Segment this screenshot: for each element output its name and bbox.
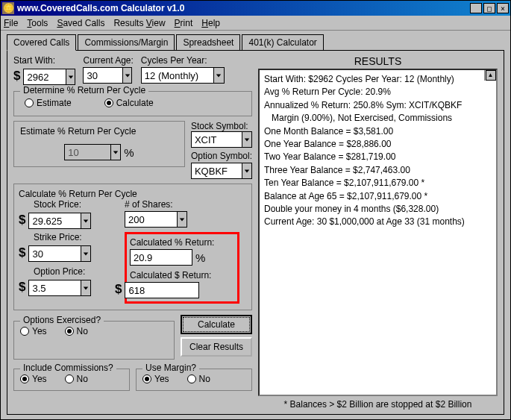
calc-pct-return-output — [130, 249, 192, 266]
svg-marker-6 — [84, 219, 88, 222]
results-line: Three Year Balance = $2,747,463.00 — [264, 164, 492, 177]
svg-marker-5 — [245, 169, 249, 172]
footer-note: * Balances > $2 Billion are stopped at $… — [258, 399, 498, 410]
dropdown-icon[interactable] — [122, 68, 132, 83]
clear-results-button[interactable]: Clear Results — [181, 337, 252, 357]
use-margin-group: Use Margin? Yes No — [136, 369, 252, 391]
percent-icon: % — [124, 146, 134, 159]
cycles-input[interactable] — [141, 67, 225, 84]
dollar-icon: $ — [19, 213, 25, 229]
margin-yes-radio[interactable]: Yes — [142, 374, 169, 384]
strike-price-label: Strike Price: — [34, 232, 116, 242]
dropdown-icon[interactable] — [81, 280, 90, 295]
menu-file[interactable]: File — [4, 18, 18, 28]
menubar: File Tools Saved Calls Results View Prin… — [1, 16, 510, 31]
strike-price-input[interactable] — [28, 245, 91, 262]
margin-no-radio[interactable]: No — [187, 374, 210, 384]
svg-marker-4 — [245, 138, 249, 141]
dropdown-icon[interactable] — [66, 69, 75, 84]
window-title: www.CoveredCalls.com Calculator v1.0 — [17, 3, 468, 13]
svg-marker-7 — [180, 218, 184, 221]
scroll-up-icon[interactable]: ▲ — [486, 70, 496, 81]
calculated-return-highlight: Calculated % Return: % Calculated $ Retu… — [125, 232, 239, 304]
calculate-group-title: Calculate % Return Per Cycle — [19, 189, 137, 199]
calculate-button[interactable]: Calculate — [181, 315, 252, 334]
commissions-yes-radio[interactable]: Yes — [20, 374, 47, 384]
estimate-group: Estimate % Return Per Cycle % — [13, 121, 185, 167]
dropdown-icon[interactable] — [242, 163, 251, 178]
results-line: Two Year Balance = $281,719.00 — [264, 151, 492, 163]
app-icon: 🪙 — [2, 2, 14, 14]
tab-commissions-margin[interactable]: Commissions/Margin — [78, 34, 175, 51]
tab-covered-calls[interactable]: Covered Calls — [7, 34, 76, 51]
menu-results-view[interactable]: Results View — [113, 18, 165, 28]
titlebar: 🪙 www.CoveredCalls.com Calculator v1.0 _… — [1, 1, 510, 16]
dropdown-icon — [110, 145, 120, 160]
dropdown-icon[interactable] — [213, 68, 224, 83]
menu-saved-calls[interactable]: Saved Calls — [57, 18, 104, 28]
determine-group-title: Determine % Return Per Cycle — [20, 85, 148, 95]
tab-spreadsheet[interactable]: Spreadsheet — [176, 34, 240, 51]
dropdown-icon[interactable] — [81, 246, 90, 261]
estimate-pct-input — [64, 144, 121, 160]
menu-help[interactable]: Help — [201, 18, 220, 28]
results-line: Balance at Age 65 = $2,107,911,679.00 * — [264, 190, 492, 203]
close-button[interactable]: × — [497, 3, 509, 13]
estimate-radio[interactable]: Estimate — [25, 98, 72, 108]
cycles-label: Cycles Per Year: — [141, 55, 225, 66]
results-line: One Year Balance = $28,886.00 — [264, 138, 492, 151]
stock-price-input[interactable] — [28, 213, 91, 229]
results-line: Margin (9.00%), Not Exercised, Commissio… — [264, 112, 492, 125]
use-margin-title: Use Margin? — [142, 363, 199, 373]
percent-icon: % — [195, 251, 205, 264]
calc-dollar-return-output — [125, 282, 199, 298]
current-age-input[interactable] — [83, 67, 132, 84]
tab-401k-calculator[interactable]: 401(k) Calculator — [242, 34, 323, 51]
option-price-input[interactable] — [28, 280, 91, 296]
calc-dollar-return-label: Calculated $ Return: — [130, 270, 234, 280]
results-line: Current Age: 30 $1,000,000 at Age 33 (31… — [264, 216, 492, 228]
include-commissions-group: Include Commissions? Yes No — [13, 369, 130, 391]
results-title: RESULTS — [258, 55, 498, 67]
svg-marker-2 — [216, 74, 221, 77]
dollar-icon: $ — [115, 282, 122, 298]
stock-price-label: Stock Price: — [34, 199, 116, 210]
option-price-label: Option Price: — [34, 266, 116, 277]
commissions-no-radio[interactable]: No — [65, 374, 88, 384]
results-scrollbar[interactable]: ▲ — [484, 70, 496, 81]
num-shares-label: # of Shares: — [125, 199, 222, 210]
minimize-button[interactable]: _ — [470, 3, 482, 13]
include-commissions-title: Include Commissions? — [20, 363, 116, 373]
svg-marker-1 — [125, 74, 129, 77]
results-line: Start With: $2962 Cycles Per Year: 12 (M… — [264, 73, 492, 86]
app-window: 🪙 www.CoveredCalls.com Calculator v1.0 _… — [0, 0, 511, 420]
dollar-icon: $ — [19, 280, 25, 296]
results-line: Annualized % Return: 250.8% Sym: XCIT/KQ… — [264, 99, 492, 112]
num-shares-input[interactable] — [125, 211, 187, 228]
option-symbol-input[interactable] — [191, 163, 252, 179]
exercised-no-radio[interactable]: No — [65, 326, 88, 336]
dropdown-icon[interactable] — [81, 213, 90, 228]
tab-strip: Covered Calls Commissions/Margin Spreads… — [1, 31, 510, 50]
calculate-radio[interactable]: Calculate — [104, 98, 154, 108]
svg-marker-3 — [113, 151, 118, 154]
calculate-group: Calculate % Return Per Cycle Stock Price… — [13, 184, 252, 310]
svg-marker-9 — [84, 286, 88, 289]
svg-marker-8 — [84, 252, 88, 255]
menu-print[interactable]: Print — [175, 18, 193, 28]
start-with-input[interactable] — [23, 69, 75, 85]
menu-tools[interactable]: Tools — [27, 18, 48, 28]
determine-group: Determine % Return Per Cycle Estimate Ca… — [13, 91, 252, 116]
dropdown-icon[interactable] — [177, 212, 186, 227]
stock-symbol-label: Stock Symbol: — [191, 121, 248, 131]
maximize-button[interactable]: □ — [483, 3, 495, 13]
dollar-icon: $ — [19, 245, 25, 262]
estimate-group-title: Estimate % Return Per Cycle — [20, 126, 136, 137]
current-age-label: Current Age: — [83, 55, 133, 66]
stock-symbol-input[interactable] — [191, 131, 252, 148]
options-exercised-group: Options Exercised? Yes No — [13, 321, 175, 360]
dropdown-icon[interactable] — [242, 132, 251, 147]
exercised-yes-radio[interactable]: Yes — [20, 326, 47, 336]
results-line: One Month Balance = $3,581.00 — [264, 125, 492, 138]
right-panel: RESULTS Start With: $2962 Cycles Per Yea… — [258, 55, 498, 410]
